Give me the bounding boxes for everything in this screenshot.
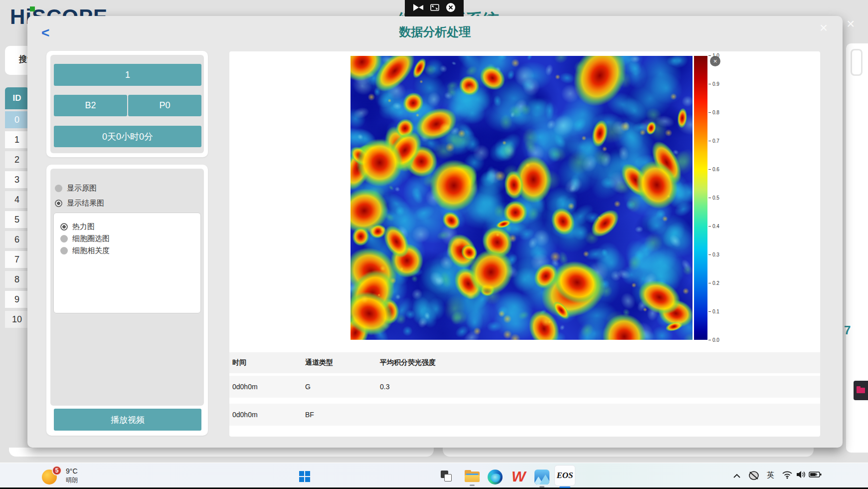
- close-toolbar-icon[interactable]: [446, 2, 456, 14]
- background-clipped-number: 7: [844, 323, 851, 337]
- id-column-header: ID: [5, 87, 29, 109]
- colorbar-tick: 0.9: [708, 81, 719, 87]
- cell-channel: G: [305, 383, 380, 391]
- ime-indicator[interactable]: 英: [767, 471, 774, 480]
- time-button[interactable]: 0天0小时0分: [54, 126, 201, 147]
- task-view-icon[interactable]: [441, 471, 452, 482]
- photos-app-icon[interactable]: [534, 470, 549, 485]
- id-row[interactable]: 3: [5, 171, 29, 188]
- edge-browser-icon[interactable]: [488, 470, 503, 485]
- id-row[interactable]: 8: [5, 271, 29, 288]
- id-row[interactable]: 2: [5, 151, 29, 168]
- id-table: ID 012345678910: [5, 87, 29, 328]
- background-scrollbar[interactable]: [851, 49, 863, 76]
- logo-green-dot-icon: [30, 6, 35, 11]
- running-indicator: [470, 485, 475, 486]
- wps-office-icon[interactable]: W: [512, 469, 525, 484]
- wifi-icon[interactable]: [782, 470, 793, 481]
- cell-value: 0.3: [380, 383, 820, 391]
- colorbar-tick: 0.4: [708, 224, 719, 229]
- radio-unselected-icon: [55, 185, 62, 192]
- result-table-row: 0d0h0m G 0.3: [229, 376, 820, 398]
- colorbar-tick: 0.6: [708, 167, 719, 172]
- id-row[interactable]: 9: [5, 291, 29, 308]
- row-button[interactable]: B2: [54, 95, 127, 116]
- id-row[interactable]: 4: [5, 191, 29, 208]
- col-intensity: 平均积分荧光强度: [380, 358, 820, 367]
- running-indicator: [539, 486, 544, 488]
- heatmap-image: [350, 56, 693, 340]
- colorbar: [694, 56, 707, 340]
- floating-folder-shortcut[interactable]: [854, 381, 868, 400]
- cell-channel: BF: [305, 411, 380, 419]
- weather-widget[interactable]: 5: [42, 470, 57, 485]
- colorbar-tick: 0.5: [708, 195, 719, 201]
- id-row[interactable]: 0: [5, 111, 29, 128]
- dialog-close-icon[interactable]: ×: [820, 21, 828, 35]
- eos-label: EOS: [556, 471, 573, 481]
- data-analysis-dialog: < 数据分析处理 × 1 B2 P0 0天0小时0分 显示原图 显示结果图: [27, 16, 843, 448]
- id-rows: 012345678910: [5, 111, 29, 328]
- radio-show-original[interactable]: 显示原图: [55, 184, 97, 193]
- radio-cell-selection[interactable]: 细胞圈选图: [60, 234, 110, 244]
- col-time: 时间: [232, 358, 305, 367]
- notifications-off-icon[interactable]: [748, 470, 760, 484]
- radio-heatmap-label: 热力图: [72, 222, 95, 232]
- colorbar-ticks: 1.00.90.80.70.60.50.40.30.20.10.0: [708, 53, 719, 343]
- id-row[interactable]: 1: [5, 131, 29, 148]
- well-number-button[interactable]: 1: [54, 64, 201, 86]
- radio-selected-icon: [55, 200, 62, 207]
- well-info-card: 1 B2 P0 0天0小时0分: [46, 51, 208, 157]
- weather-badge: 5: [52, 466, 62, 476]
- colorbar-tick: 0.0: [708, 337, 719, 343]
- radio-show-result[interactable]: 显示结果图: [55, 199, 104, 208]
- radio-show-original-label: 显示原图: [67, 184, 97, 193]
- background-card-bottom-left: [9, 448, 434, 457]
- weather-condition: 晴朗: [66, 476, 78, 485]
- col-channel: 通道类型: [305, 358, 380, 367]
- id-row[interactable]: 6: [5, 231, 29, 248]
- result-type-box: 热力图 细胞圈选图 细胞相关度: [53, 213, 201, 313]
- weather-temperature: 9°C: [66, 467, 78, 475]
- radio-unselected-icon: [60, 235, 68, 243]
- battery-charging-icon[interactable]: [809, 471, 822, 480]
- colorbar-tick: 0.7: [708, 138, 719, 144]
- cell-time: 0d0h0m: [232, 383, 305, 391]
- dialog-title: 数据分析处理: [27, 24, 843, 40]
- radio-show-result-label: 显示结果图: [67, 199, 104, 208]
- colorbar-tick: 0.2: [708, 280, 719, 286]
- start-button[interactable]: [299, 471, 310, 482]
- colorbar-tick: 0.1: [708, 309, 719, 314]
- eos-app-icon[interactable]: EOS: [554, 465, 575, 486]
- file-explorer-icon[interactable]: [465, 470, 480, 482]
- floating-toolbar: [405, 0, 464, 16]
- result-table-header: 时间 通道类型 平均积分荧光强度: [229, 352, 820, 373]
- radio-cell-correlation[interactable]: 细胞相关度: [60, 246, 110, 255]
- id-row[interactable]: 7: [5, 251, 29, 268]
- radio-heatmap[interactable]: 热力图: [60, 222, 95, 232]
- radio-unselected-icon: [60, 247, 68, 254]
- viewer-panel: 1.00.90.80.70.60.50.40.30.20.10.0 × 时间 通…: [229, 51, 820, 437]
- cast-icon[interactable]: [413, 3, 424, 13]
- play-video-button[interactable]: 播放视频: [54, 409, 201, 431]
- radio-cell-correlation-label: 细胞相关度: [72, 246, 110, 255]
- background-card-bottom-right: [443, 448, 814, 457]
- position-button[interactable]: P0: [128, 95, 201, 116]
- radio-selected-icon: [60, 223, 68, 231]
- cell-time: 0d0h0m: [232, 411, 305, 419]
- background-close-icon[interactable]: ×: [847, 17, 855, 31]
- display-options-card: 显示原图 显示结果图 热力图 细胞圈选图 细胞相关度: [46, 165, 208, 436]
- result-table-rows: 0d0h0m G 0.3 0d0h0m BF: [229, 376, 820, 426]
- id-row[interactable]: 5: [5, 211, 29, 228]
- taskbar: 5 9°C 晴朗 搜索: [0, 463, 868, 489]
- colorbar-tick: 0.8: [708, 110, 719, 115]
- id-row[interactable]: 10: [5, 311, 29, 328]
- tray-chevron-icon[interactable]: [733, 472, 741, 481]
- fullscreen-icon[interactable]: [430, 4, 439, 13]
- screen: HiSCOPE 细胞分析系统 搜索 ID 012345678910 × 7 < …: [0, 0, 868, 489]
- volume-icon[interactable]: [796, 470, 807, 481]
- result-table-row: 0d0h0m BF: [229, 404, 820, 426]
- colorbar-close-icon[interactable]: ×: [710, 56, 720, 66]
- colorbar-tick: 0.3: [708, 252, 719, 257]
- radio-cell-selection-label: 细胞圈选图: [72, 234, 110, 244]
